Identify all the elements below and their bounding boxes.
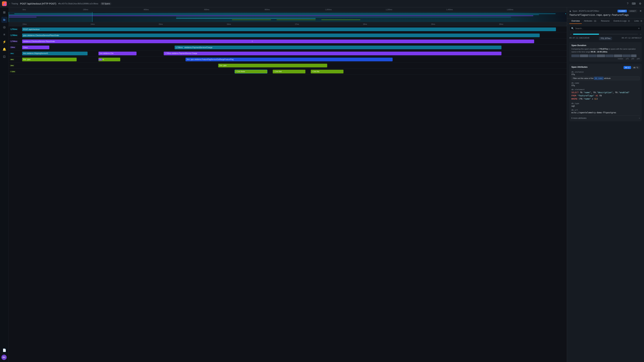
ruler-tick-5: 1,000ms xyxy=(325,9,385,10)
sub-ruler: 13ms 14ms 15ms 16ms 17ms 18ms 19ms 20ms xyxy=(9,22,567,26)
tab-overview[interactable]: Overview xyxy=(569,18,582,24)
span-row[interactable]: 4ms 4ms grpc < 1ms ▽2 3ms grpc.oteldemo.… xyxy=(9,56,567,62)
trace-hash: #bc45f5c58ab14ac0b5a18906ca3c9bea xyxy=(58,2,98,5)
avatar[interactable]: DU xyxy=(1,355,7,360)
chevron-right-icon: › xyxy=(639,117,640,119)
trace-area: 0ms 200ms 400ms 600ms 800ms 1,000ms 1,20… xyxy=(9,7,567,362)
panel-tabs: Overview Attributes 11 Resource Events &… xyxy=(567,18,644,24)
sub-tick-4: 17ms xyxy=(294,23,362,25)
span-row[interactable]: 1,751ms POST /api/checkout xyxy=(9,26,567,32)
attr-value: sql xyxy=(572,105,640,107)
tab-events-logs[interactable]: Events & Logs 0 xyxy=(612,18,632,24)
settings-icon[interactable]: ⚙ xyxy=(638,1,642,6)
sidebar-item-metrics[interactable]: ◎ xyxy=(1,24,8,30)
sidebar-item-dashboards[interactable]: ⊡ xyxy=(1,54,8,60)
sub-tick-0: 13ms xyxy=(22,23,90,25)
attributes-count: 11 xyxy=(593,20,597,22)
attr-key: db.statement xyxy=(572,88,640,91)
unset-badge: UNSET xyxy=(628,10,637,12)
ruler-ticks: 0ms 200ms 400ms 600ms 800ms 1,000ms 1,20… xyxy=(22,9,567,10)
more-attributes-button[interactable]: 6 more attributes › xyxy=(572,115,640,119)
timeline-ruler: 0ms 200ms 400ms 600ms 800ms 1,000ms 1,20… xyxy=(9,7,567,12)
span-icon: ◈ xyxy=(569,10,571,12)
right-panel: ◈ Span #329f2c4e10f299ec CLIENT UNSET ✕ … xyxy=(567,7,644,362)
label-p75: p75 xyxy=(626,58,629,60)
ruler-tick-3: 600ms xyxy=(204,9,264,10)
attr-item-db-name: db.name ffs xyxy=(572,82,640,87)
attr-item-db-statement: db.statement SELECT f0."name", f0."descr… xyxy=(572,88,640,101)
help-icon[interactable]: ? xyxy=(626,1,629,6)
sidebar-item-traces[interactable] xyxy=(1,17,8,23)
timeline-duration: 772,577ns xyxy=(599,37,612,40)
links-count: 0 xyxy=(640,20,643,22)
close-button[interactable]: ✕ xyxy=(640,9,642,12)
svg-point-2 xyxy=(4,4,5,5)
attr-key: db.url xyxy=(572,109,640,111)
span-row[interactable]: 4ms 4ms oteldemo.ShippingService/G 1ms o… xyxy=(9,50,567,56)
span-row[interactable]: 1,744ms oteldemo.CheckoutService PlaceOr… xyxy=(9,38,567,44)
sub-tick-2: 15ms xyxy=(158,23,226,25)
timeline-times: 09:47:12.606310540 772,577ns 09:47:12.60… xyxy=(569,37,642,40)
sidebar-item-notifications[interactable]: 🔔 xyxy=(1,46,8,52)
span-attributes-section: Span Attributes All 11 db.* 5 db.instanc… xyxy=(569,64,642,121)
spans-container: 1,751ms POST /api/checkout 1,745ms grpc.… xyxy=(9,26,567,362)
minimap[interactable] xyxy=(9,12,567,22)
spans-badge: 53 Spans xyxy=(100,2,112,5)
events-count: 0 xyxy=(628,20,630,22)
span-id-hash: #329f2c4e10f299ec xyxy=(579,10,600,12)
back-button[interactable]: ← Tracing xyxy=(9,2,18,5)
tab-resource[interactable]: Resource xyxy=(599,18,612,24)
sub-tick-7: 20ms xyxy=(499,23,567,25)
timeline-start-arrow: → xyxy=(569,33,572,35)
sidebar: ⊞ ◎ ≡ ⚡ 🔔 ⊡ 📄 DU xyxy=(0,7,9,362)
attr-value: ecto://opentelemetry-demo-ffspostgres xyxy=(572,111,640,114)
span-duration-section: Span Duration Comparing this span's dura… xyxy=(569,42,642,62)
timeline-end-arrow: → xyxy=(639,33,642,35)
filter-db-button[interactable]: db.* 5 xyxy=(632,66,640,69)
timeline-end-time: 09:47:12.607083117 xyxy=(622,37,642,40)
attr-highlight: db.name xyxy=(594,77,604,80)
span-row[interactable]: 2ms 2ms grpc xyxy=(9,62,567,68)
span-id: Span xyxy=(572,10,578,12)
attr-value: ffs xyxy=(572,84,640,87)
sidebar-item-docs[interactable]: 📄 xyxy=(1,347,8,353)
sidebar-item-alerts[interactable]: ⚡ xyxy=(1,39,8,45)
label-p90: p90 xyxy=(632,58,634,60)
label-p99: p99 xyxy=(637,58,640,60)
span-row[interactable]: < 1ms < 1ms featur < 1ms feat < 1ms fea xyxy=(9,68,567,75)
tab-attributes[interactable]: Attributes 11 xyxy=(582,18,599,24)
terminal-icon[interactable]: ⌨ xyxy=(631,1,636,6)
svg-point-0 xyxy=(3,2,4,4)
ruler-tick-7: 1,400ms xyxy=(446,9,506,10)
ruler-tick-0: 0ms xyxy=(22,9,83,10)
duration-labels: median p75 p90 p99 xyxy=(572,58,640,60)
span-row[interactable]: 1,745ms grpc.oteldemo.CheckoutService/Pl… xyxy=(9,32,567,38)
label-median: median xyxy=(618,58,623,60)
sidebar-item-logs[interactable]: ≡ xyxy=(1,31,8,37)
attr-key: db.name xyxy=(572,82,640,84)
tab-links[interactable]: Links 0 xyxy=(632,18,644,24)
sidebar-item-grid[interactable]: ⊞ xyxy=(1,9,8,15)
sub-tick-3: 16ms xyxy=(226,23,294,25)
topbar: ← Tracing POST /api/checkout (HTTP POST)… xyxy=(0,0,644,7)
panel-body: 🔍 ✕ → → 09:47:12.606310540 772,577ns 09:… xyxy=(567,24,644,362)
sub-tick-5: 18ms xyxy=(362,23,431,25)
attributes-title: Span Attributes xyxy=(572,66,588,68)
search-input[interactable] xyxy=(575,27,636,30)
svg-point-1 xyxy=(4,2,6,4)
panel-timeline: → → xyxy=(569,33,642,35)
span-row[interactable]: 13ms 13ms 1,706ms oteldemo.PaymentServic… xyxy=(9,44,567,50)
filter-all-button[interactable]: All 11 xyxy=(624,66,631,69)
ruler-tick-8: 1,600ms xyxy=(506,9,567,10)
attributes-header: Span Attributes All 11 db.* 5 xyxy=(572,66,640,69)
timeline-header: 0ms 200ms 400ms 600ms 800ms 1,000ms 1,20… xyxy=(9,7,567,26)
clear-search-button[interactable]: ✕ xyxy=(638,27,640,30)
search-icon: 🔍 xyxy=(571,27,574,30)
span-duration-desc: Comparing this span's duration of 772,57… xyxy=(572,48,640,53)
attr-item-db-type: db.type sql xyxy=(572,102,640,107)
search-box: 🔍 ✕ xyxy=(569,26,642,31)
attr-value: ffs xyxy=(572,73,640,76)
timeline-start-time: 09:47:12.606310540 xyxy=(569,37,589,40)
attr-value: SELECT f0."name", f0."description", f0."… xyxy=(572,91,640,101)
duration-histogram xyxy=(572,54,640,57)
